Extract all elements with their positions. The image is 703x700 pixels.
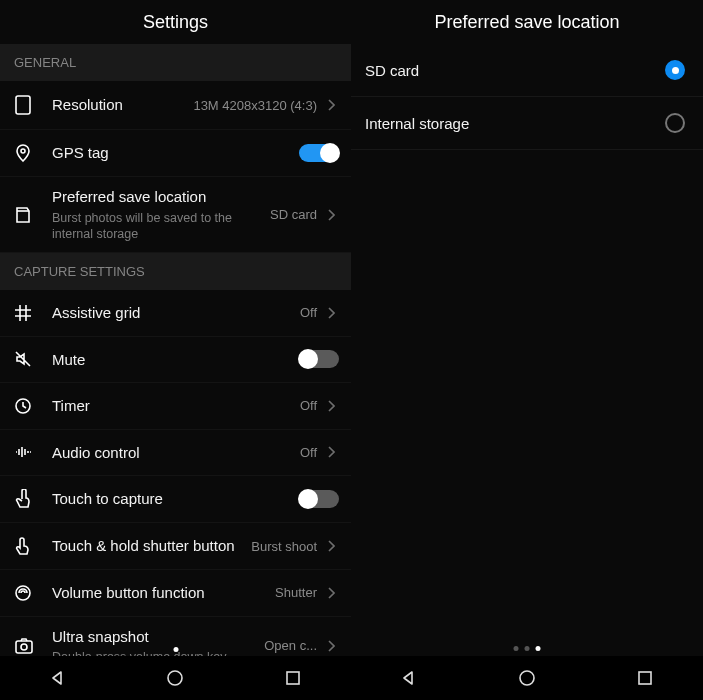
timer-icon [14, 397, 52, 415]
grid-label: Assistive grid [52, 303, 300, 323]
gps-label: GPS tag [52, 143, 299, 163]
resolution-icon [14, 94, 52, 116]
svg-point-3 [16, 586, 30, 600]
hold-value: Burst shoot [251, 539, 317, 554]
grid-icon [14, 304, 52, 322]
row-gps-tag[interactable]: GPS tag [0, 130, 351, 177]
location-pin-icon [14, 143, 52, 163]
svg-rect-4 [16, 641, 32, 653]
row-touch-capture[interactable]: Touch to capture [0, 476, 351, 523]
svg-rect-9 [639, 672, 651, 684]
timer-value: Off [300, 398, 317, 413]
chevron-right-icon [323, 586, 339, 600]
nav-back-icon[interactable] [400, 669, 418, 687]
header-title: Preferred save location [351, 0, 703, 44]
audio-label: Audio control [52, 443, 300, 463]
svg-point-8 [520, 671, 534, 685]
radio-unselected-icon[interactable] [665, 113, 685, 133]
row-hold-shutter[interactable]: Touch & hold shutter button Burst shoot [0, 523, 351, 570]
folder-icon [14, 205, 52, 225]
option-sd-card[interactable]: SD card [351, 44, 703, 97]
svg-rect-0 [16, 96, 30, 114]
page-indicator [173, 647, 178, 652]
grid-value: Off [300, 305, 317, 320]
settings-panel: Settings GENERAL Resolution 13M 4208x312… [0, 0, 351, 700]
nav-bar [351, 656, 703, 700]
sd-card-label: SD card [365, 62, 419, 79]
save-location-panel: Preferred save location SD card Internal… [351, 0, 703, 700]
svg-rect-7 [287, 672, 299, 684]
resolution-value: 13M 4208x3120 (4:3) [193, 98, 317, 113]
volbtn-label: Volume button function [52, 583, 275, 603]
row-mute[interactable]: Mute [0, 337, 351, 384]
row-audio-control[interactable]: Audio control Off [0, 430, 351, 477]
chevron-right-icon [323, 208, 339, 222]
save-location-value: SD card [270, 207, 317, 222]
audio-value: Off [300, 445, 317, 460]
chevron-right-icon [323, 639, 339, 653]
settings-list: GENERAL Resolution 13M 4208x3120 (4:3) G… [0, 44, 351, 700]
ultra-label: Ultra snapshot [52, 627, 264, 647]
page-indicator [514, 646, 541, 651]
row-timer[interactable]: Timer Off [0, 383, 351, 430]
ultra-value: Open c... [264, 638, 317, 653]
timer-label: Timer [52, 396, 300, 416]
chevron-right-icon [323, 98, 339, 112]
internal-label: Internal storage [365, 115, 469, 132]
nav-home-icon[interactable] [517, 668, 537, 688]
row-resolution[interactable]: Resolution 13M 4208x3120 (4:3) [0, 81, 351, 130]
save-location-label: Preferred save location [52, 187, 270, 207]
svg-point-1 [21, 149, 25, 153]
section-general: GENERAL [0, 44, 351, 81]
hold-label: Touch & hold shutter button [52, 536, 251, 556]
nav-recent-icon[interactable] [284, 669, 302, 687]
nav-bar [0, 656, 351, 700]
option-internal-storage[interactable]: Internal storage [351, 97, 703, 150]
nav-back-icon[interactable] [49, 669, 67, 687]
gps-toggle[interactable] [299, 144, 339, 162]
nav-home-icon[interactable] [165, 668, 185, 688]
touch-icon [14, 489, 52, 509]
mute-label: Mute [52, 350, 299, 370]
nav-recent-icon[interactable] [636, 669, 654, 687]
chevron-right-icon [323, 539, 339, 553]
chevron-right-icon [323, 306, 339, 320]
section-capture: CAPTURE SETTINGS [0, 253, 351, 290]
touch-label: Touch to capture [52, 489, 299, 509]
volbtn-value: Shutter [275, 585, 317, 600]
chevron-right-icon [323, 445, 339, 459]
svg-point-5 [21, 644, 27, 650]
save-location-sub: Burst photos will be saved to the intern… [52, 210, 270, 243]
row-volume-button[interactable]: Volume button function Shutter [0, 570, 351, 617]
chevron-right-icon [323, 399, 339, 413]
header-title: Settings [0, 0, 351, 44]
hold-shutter-icon [14, 536, 52, 556]
volume-button-icon [14, 584, 52, 602]
audio-waveform-icon [14, 443, 52, 461]
resolution-label: Resolution [52, 95, 193, 115]
row-assistive-grid[interactable]: Assistive grid Off [0, 290, 351, 337]
svg-point-6 [168, 671, 182, 685]
mute-toggle[interactable] [299, 350, 339, 368]
camera-snapshot-icon [14, 637, 52, 655]
radio-selected-icon[interactable] [665, 60, 685, 80]
touch-toggle[interactable] [299, 490, 339, 508]
mute-icon [14, 350, 52, 368]
row-save-location[interactable]: Preferred save location Burst photos wil… [0, 177, 351, 253]
